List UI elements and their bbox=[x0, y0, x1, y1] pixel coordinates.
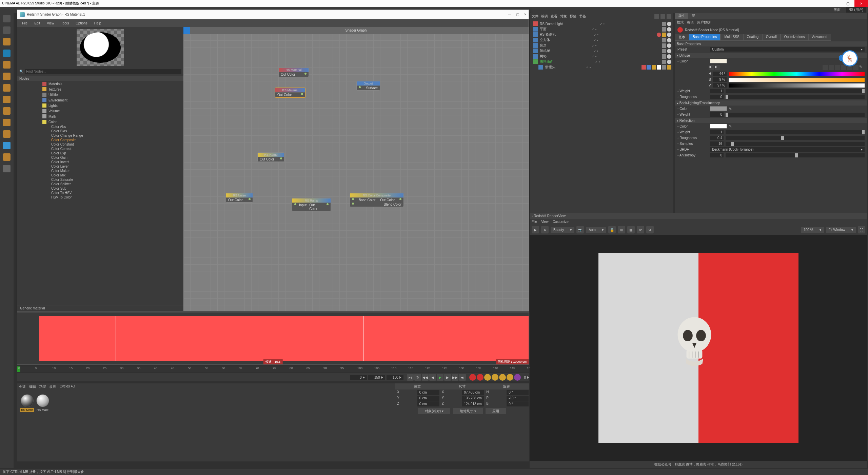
node-group[interactable]: Color bbox=[17, 119, 183, 125]
tab-multi-sss[interactable]: Multi-SSS bbox=[721, 34, 743, 41]
back-weight[interactable]: 0 bbox=[710, 112, 724, 117]
hue-slider[interactable] bbox=[729, 72, 865, 76]
node-rs-color-composite[interactable]: RS Color Composite Base ColorOut Color B… bbox=[350, 193, 404, 207]
refl-weight-slider[interactable] bbox=[726, 130, 865, 134]
shader-menu-file[interactable]: File bbox=[19, 21, 30, 26]
node-rsnoise[interactable]: RS Noise Out Color bbox=[226, 193, 253, 203]
node-item[interactable]: Color Layer bbox=[17, 164, 183, 169]
attr-menu-mode[interactable]: 模式 bbox=[677, 20, 684, 25]
color-mode-icon[interactable] bbox=[823, 65, 828, 70]
goto-end-button[interactable]: ⏭ bbox=[459, 374, 466, 381]
tool-sym[interactable] bbox=[0, 140, 14, 151]
sat-value[interactable]: 9 % bbox=[713, 77, 727, 82]
attr-menu-user[interactable]: 用户数据 bbox=[697, 20, 711, 25]
window-minimize[interactable]: — bbox=[827, 0, 841, 7]
diffuse-rough[interactable]: 0 bbox=[710, 95, 724, 99]
brdf-dropdown[interactable]: Beckmann (Cook-Torrance)▾ bbox=[710, 147, 865, 152]
next-frame-button[interactable]: ▶ bbox=[444, 374, 451, 381]
shader-window-close[interactable]: ✕ bbox=[524, 13, 527, 16]
tool-model[interactable] bbox=[0, 48, 14, 59]
rv-menu-customize[interactable]: Customize bbox=[553, 220, 569, 224]
tool-texture[interactable] bbox=[0, 59, 14, 71]
picker-btn-2[interactable]: ▶ bbox=[715, 65, 720, 70]
obj-menu-obj[interactable]: 对象 bbox=[560, 14, 567, 19]
refl-samples[interactable]: 16 bbox=[710, 141, 724, 146]
shader-menu-options[interactable]: Options bbox=[73, 21, 90, 26]
filter-icon[interactable] bbox=[660, 14, 665, 19]
picker-btn-1[interactable]: ◀ bbox=[709, 65, 714, 70]
node-group[interactable]: Math bbox=[17, 114, 183, 119]
window-maximize[interactable]: ▢ bbox=[841, 0, 854, 7]
shader-window-min[interactable]: — bbox=[508, 13, 511, 16]
node-group[interactable]: Textures bbox=[17, 87, 183, 92]
tab-overall[interactable]: Overall bbox=[762, 34, 781, 41]
attr-menu-edit[interactable]: 编辑 bbox=[687, 20, 694, 25]
node-rsramp-2[interactable]: RS Ramp InputOut Color bbox=[292, 198, 331, 211]
play-button[interactable]: ▶ bbox=[437, 374, 443, 381]
tool-poly[interactable] bbox=[0, 105, 14, 117]
object-row[interactable]: 立方体✓ • bbox=[532, 37, 671, 43]
back-color-swatch[interactable] bbox=[710, 106, 727, 111]
node-item[interactable]: Color Gain bbox=[17, 155, 183, 160]
material-thumb-2[interactable]: RS Mate bbox=[35, 394, 50, 412]
sat-slider[interactable] bbox=[729, 78, 865, 82]
node-item[interactable]: HSV To Color bbox=[17, 195, 183, 200]
tool-axis[interactable] bbox=[0, 117, 14, 128]
eyedropper-icon[interactable]: ✎ bbox=[729, 125, 732, 128]
prev-frame-button[interactable]: ◀ bbox=[429, 374, 436, 381]
node-rsramp-1[interactable]: RS Ramp Out Color bbox=[257, 152, 284, 162]
diffuse-color-swatch[interactable] bbox=[710, 59, 727, 63]
goto-start-button[interactable]: ⏮ bbox=[407, 374, 414, 381]
object-row[interactable]: RS 摄像机✓ • bbox=[532, 32, 671, 37]
obj-menu-tag[interactable]: 标签 bbox=[570, 14, 576, 19]
mat-menu-create[interactable]: 创建 bbox=[19, 384, 26, 389]
node-item[interactable]: Color Maker bbox=[17, 169, 183, 173]
timeline-ruler[interactable]: 0510152025303540455055606570758085909510… bbox=[17, 366, 529, 372]
window-close[interactable]: ✕ bbox=[854, 0, 868, 7]
object-row[interactable]: RS Dome Light✓ • bbox=[532, 21, 671, 26]
tab-basic[interactable]: 基本 bbox=[675, 34, 689, 41]
rv-loop-button[interactable]: ↻ bbox=[541, 226, 549, 233]
frame-current[interactable]: 150 F bbox=[368, 375, 385, 380]
rv-snapshot-button[interactable]: 📷 bbox=[576, 226, 584, 233]
reflection-header[interactable]: ▸ Reflection bbox=[675, 118, 867, 123]
eyedropper-icon[interactable]: ✎ bbox=[859, 65, 865, 70]
tool-live[interactable] bbox=[0, 24, 14, 36]
object-row[interactable]: 随机械✓ • bbox=[532, 48, 671, 54]
object-row[interactable]: 布料曲面✓ • bbox=[532, 59, 671, 64]
shader-menu-help[interactable]: Help bbox=[92, 21, 104, 26]
rv-zoom-dropdown[interactable]: 100 %▾ bbox=[801, 227, 824, 233]
obj-menu-edit[interactable]: 编辑 bbox=[541, 14, 548, 19]
rv-refresh-button[interactable]: ⟳ bbox=[637, 226, 644, 233]
node-group[interactable]: Materials bbox=[17, 81, 183, 87]
node-item[interactable]: Color Sub bbox=[17, 186, 183, 191]
tool-snap[interactable] bbox=[0, 128, 14, 140]
node-item[interactable]: Color Change Range bbox=[17, 133, 183, 138]
key-scl-button[interactable] bbox=[492, 374, 498, 381]
attr-tab-layer[interactable]: 层 bbox=[688, 13, 698, 19]
rv-aov-dropdown[interactable]: Beauty▾ bbox=[551, 227, 574, 233]
rv-menu-file[interactable]: File bbox=[532, 220, 537, 224]
node-group[interactable]: Utilities bbox=[17, 92, 183, 97]
node-item[interactable]: Color Splitter bbox=[17, 182, 183, 186]
shader-menu-edit[interactable]: Edit bbox=[32, 21, 43, 26]
node-tree[interactable]: MaterialsTexturesUtilitiesEnvironmentLig… bbox=[17, 81, 183, 305]
key-par-button[interactable] bbox=[507, 374, 513, 381]
autokey-button[interactable] bbox=[477, 374, 484, 381]
shader-graph-canvas[interactable]: Shader Graph RS Material Out Color RS Ma… bbox=[183, 27, 529, 311]
obj-menu-file[interactable]: 文件 bbox=[532, 14, 538, 19]
size-mode-dd[interactable]: 绝对尺寸 ▾ bbox=[453, 408, 483, 414]
object-row[interactable]: 骷髅头✓ • bbox=[532, 64, 671, 70]
tab-coating[interactable]: Coating bbox=[743, 34, 762, 41]
refl-rough-slider[interactable] bbox=[726, 136, 865, 140]
back-weight-slider[interactable] bbox=[726, 113, 865, 117]
attr-tab-props[interactable]: 属性 bbox=[675, 13, 688, 19]
rv-fit-dropdown[interactable]: Fit Window▾ bbox=[826, 227, 856, 233]
diffuse-weight[interactable]: 1 bbox=[710, 89, 724, 93]
rv-bucket-dropdown[interactable]: Auto▾ bbox=[586, 227, 606, 233]
tool-edge[interactable] bbox=[0, 94, 14, 105]
object-row[interactable]: 网格✓ • bbox=[532, 54, 671, 59]
mat-menu-cycles[interactable]: Cycles 4D bbox=[60, 384, 75, 389]
val-value[interactable]: 97 % bbox=[713, 83, 727, 88]
tool-point[interactable] bbox=[0, 82, 14, 94]
